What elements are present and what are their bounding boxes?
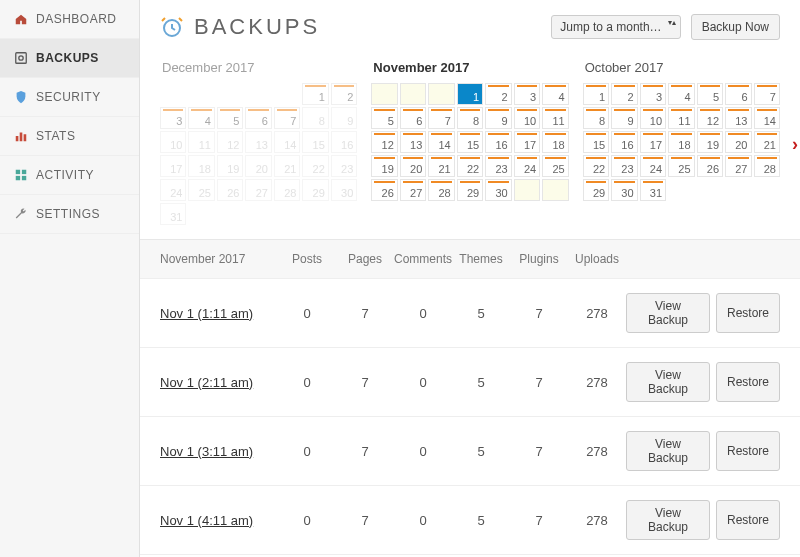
calendar-day[interactable]: 29 xyxy=(302,179,328,201)
calendar-day[interactable]: 23 xyxy=(611,155,637,177)
calendar-day[interactable]: 18 xyxy=(188,155,214,177)
calendar-day[interactable]: 9 xyxy=(611,107,637,129)
calendar-day[interactable]: 3 xyxy=(514,83,540,105)
calendar-day[interactable]: 15 xyxy=(302,131,328,153)
calendar-day[interactable]: 20 xyxy=(725,131,751,153)
calendar-day[interactable]: 29 xyxy=(457,179,483,201)
calendar-day[interactable]: 4 xyxy=(542,83,568,105)
sidebar-item-backups[interactable]: BACKUPS xyxy=(0,39,139,78)
calendar-day[interactable]: 12 xyxy=(371,131,397,153)
calendar-day[interactable]: 2 xyxy=(485,83,511,105)
calendar-day[interactable]: 31 xyxy=(160,203,186,225)
calendar-day[interactable]: 4 xyxy=(188,107,214,129)
calendar-day[interactable]: 26 xyxy=(371,179,397,201)
calendar-day[interactable]: 21 xyxy=(274,155,300,177)
calendar-day[interactable]: 28 xyxy=(754,155,780,177)
calendar-day[interactable]: 6 xyxy=(725,83,751,105)
calendar-day[interactable]: 25 xyxy=(542,155,568,177)
calendar-day[interactable]: 1 xyxy=(457,83,483,105)
view-backup-button[interactable]: View Backup xyxy=(626,293,710,333)
calendar-day[interactable]: 5 xyxy=(217,107,243,129)
restore-button[interactable]: Restore xyxy=(716,431,780,471)
calendar-day[interactable]: 16 xyxy=(485,131,511,153)
sidebar-item-dashboard[interactable]: DASHBOARD xyxy=(0,0,139,39)
calendar-day[interactable]: 17 xyxy=(640,131,666,153)
calendar-day[interactable]: 4 xyxy=(668,83,694,105)
next-month-arrow[interactable]: › xyxy=(792,133,798,154)
calendar-day[interactable]: 19 xyxy=(371,155,397,177)
sidebar-item-stats[interactable]: STATS xyxy=(0,117,139,156)
calendar-day[interactable]: 20 xyxy=(400,155,426,177)
calendar-day[interactable]: 31 xyxy=(640,179,666,201)
calendar-day[interactable]: 25 xyxy=(668,155,694,177)
calendar-day[interactable]: 25 xyxy=(188,179,214,201)
calendar-day[interactable]: 13 xyxy=(400,131,426,153)
backup-now-button[interactable]: Backup Now xyxy=(691,14,780,40)
calendar-day[interactable]: 15 xyxy=(457,131,483,153)
calendar-day[interactable]: 16 xyxy=(611,131,637,153)
calendar-day[interactable]: 14 xyxy=(754,107,780,129)
calendar-day[interactable]: 1 xyxy=(583,83,609,105)
calendar-day[interactable]: 20 xyxy=(245,155,271,177)
backup-date-link[interactable]: Nov 1 (4:11 am) xyxy=(160,513,278,528)
sidebar-item-settings[interactable]: SETTINGS xyxy=(0,195,139,234)
calendar-day[interactable]: 8 xyxy=(457,107,483,129)
calendar-day[interactable]: 30 xyxy=(331,179,357,201)
sidebar-item-activity[interactable]: ACTIVITY xyxy=(0,156,139,195)
calendar-day[interactable]: 1 xyxy=(302,83,328,105)
calendar-day[interactable]: 3 xyxy=(640,83,666,105)
calendar-day[interactable]: 27 xyxy=(245,179,271,201)
calendar-day[interactable]: 14 xyxy=(274,131,300,153)
calendar-day[interactable]: 24 xyxy=(640,155,666,177)
calendar-day[interactable]: 22 xyxy=(583,155,609,177)
restore-button[interactable]: Restore xyxy=(716,362,780,402)
view-backup-button[interactable]: View Backup xyxy=(626,362,710,402)
calendar-day[interactable]: 12 xyxy=(697,107,723,129)
calendar-day[interactable]: 24 xyxy=(160,179,186,201)
calendar-day[interactable]: 28 xyxy=(428,179,454,201)
calendar-day[interactable]: 17 xyxy=(514,131,540,153)
view-backup-button[interactable]: View Backup xyxy=(626,500,710,540)
calendar-day[interactable]: 11 xyxy=(188,131,214,153)
calendar-day[interactable]: 24 xyxy=(514,155,540,177)
jump-to-month-select[interactable]: Jump to a month… xyxy=(551,15,680,39)
calendar-day[interactable]: 26 xyxy=(697,155,723,177)
calendar-day[interactable]: 6 xyxy=(245,107,271,129)
calendar-day[interactable]: 2 xyxy=(611,83,637,105)
calendar-day[interactable]: 8 xyxy=(583,107,609,129)
calendar-day[interactable]: 14 xyxy=(428,131,454,153)
backup-date-link[interactable]: Nov 1 (2:11 am) xyxy=(160,375,278,390)
calendar-day[interactable]: 10 xyxy=(640,107,666,129)
calendar-day[interactable]: 10 xyxy=(514,107,540,129)
calendar-day[interactable]: 13 xyxy=(245,131,271,153)
calendar-day[interactable]: 22 xyxy=(457,155,483,177)
calendar-day[interactable]: 6 xyxy=(400,107,426,129)
calendar-day[interactable]: 5 xyxy=(371,107,397,129)
restore-button[interactable]: Restore xyxy=(716,293,780,333)
calendar-day[interactable]: 13 xyxy=(725,107,751,129)
calendar-day[interactable]: 10 xyxy=(160,131,186,153)
calendar-day[interactable]: 26 xyxy=(217,179,243,201)
calendar-day[interactable]: 15 xyxy=(583,131,609,153)
calendar-day[interactable]: 19 xyxy=(217,155,243,177)
calendar-day[interactable]: 29 xyxy=(583,179,609,201)
calendar-day[interactable]: 11 xyxy=(542,107,568,129)
calendar-day[interactable]: 8 xyxy=(302,107,328,129)
calendar-day[interactable]: 5 xyxy=(697,83,723,105)
view-backup-button[interactable]: View Backup xyxy=(626,431,710,471)
calendar-day[interactable]: 3 xyxy=(160,107,186,129)
calendar-day[interactable]: 17 xyxy=(160,155,186,177)
calendar-day[interactable]: 9 xyxy=(331,107,357,129)
calendar-day[interactable]: 23 xyxy=(485,155,511,177)
restore-button[interactable]: Restore xyxy=(716,500,780,540)
calendar-day[interactable]: 22 xyxy=(302,155,328,177)
calendar-day[interactable]: 30 xyxy=(485,179,511,201)
calendar-day[interactable]: 7 xyxy=(274,107,300,129)
calendar-day[interactable]: 21 xyxy=(754,131,780,153)
calendar-day[interactable]: 7 xyxy=(754,83,780,105)
calendar-day[interactable]: 7 xyxy=(428,107,454,129)
calendar-day[interactable]: 23 xyxy=(331,155,357,177)
calendar-day[interactable]: 27 xyxy=(725,155,751,177)
calendar-day[interactable]: 9 xyxy=(485,107,511,129)
backup-date-link[interactable]: Nov 1 (1:11 am) xyxy=(160,306,278,321)
